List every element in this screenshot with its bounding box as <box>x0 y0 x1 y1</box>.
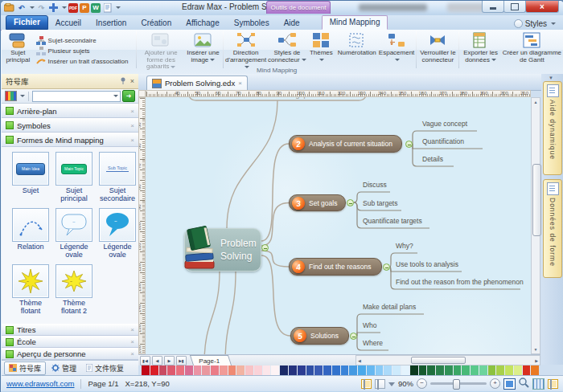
redo-button[interactable]: ↷ <box>36 2 47 13</box>
filter-icon[interactable] <box>388 382 395 386</box>
color-swatch[interactable] <box>245 365 253 375</box>
color-swatch[interactable] <box>462 365 470 375</box>
zoom-out-button[interactable]: − <box>417 378 427 389</box>
fit-page-button[interactable] <box>503 378 516 390</box>
color-swatch[interactable] <box>254 365 262 375</box>
color-swatch[interactable] <box>150 365 158 375</box>
collapse-minus-button[interactable] <box>405 141 413 148</box>
mindmap-subtopic[interactable]: Details <box>422 155 443 163</box>
central-collapse-button[interactable] <box>261 244 269 251</box>
plusieurs-sujets-button[interactable]: Plusieur sujets <box>36 47 136 55</box>
library-go-button[interactable]: ➜ <box>122 90 135 102</box>
section-close-icon[interactable]: × <box>130 122 134 129</box>
tab-affichage[interactable]: Affichage <box>179 17 227 30</box>
color-swatch[interactable] <box>194 365 202 375</box>
color-swatch[interactable] <box>341 365 349 375</box>
section-close-icon[interactable]: × <box>130 350 134 357</box>
color-swatch[interactable] <box>479 365 487 375</box>
color-swatch[interactable] <box>176 365 184 375</box>
color-swatch[interactable] <box>236 365 245 375</box>
ajouter-forme-button[interactable]: Ajouter une forme des gabarits <box>138 30 184 71</box>
export-pdf-button[interactable]: PDF <box>68 3 78 13</box>
color-swatch[interactable] <box>185 365 193 375</box>
section-symboles[interactable]: Symboles× <box>2 118 138 133</box>
color-swatch[interactable] <box>384 365 392 375</box>
numerotation-button[interactable]: Numérotation <box>336 30 378 71</box>
themes-button[interactable]: Thèmes <box>306 30 336 71</box>
mindmap-subtopic[interactable]: Find out the reason from the phenomenon <box>396 278 524 286</box>
color-swatch[interactable] <box>228 365 236 375</box>
vertical-ruler[interactable]: 5060708090100110120130140150160170 <box>138 97 146 354</box>
mindmap-central-node[interactable]: Problem Solving <box>184 228 261 272</box>
minimize-button[interactable] <box>482 1 504 13</box>
color-swatch[interactable] <box>367 365 375 375</box>
espacement-button[interactable]: Espacement <box>378 30 415 71</box>
color-swatch[interactable] <box>523 365 531 375</box>
drawing-canvas[interactable]: Vague conceptQuantificationDetailsDiscus… <box>146 97 531 354</box>
horizontal-scrollbar[interactable]: ◀ ▶ <box>355 355 540 365</box>
inserer-trait-button[interactable]: Insérer un trait d'association <box>36 57 136 66</box>
maximize-button[interactable] <box>503 1 526 13</box>
qat-overflow-icon[interactable] <box>116 6 121 9</box>
undo-button[interactable]: ↶ <box>16 2 27 13</box>
section-close-icon[interactable]: × <box>130 137 134 144</box>
collapse-minus-button[interactable] <box>347 199 354 206</box>
collapse-minus-button[interactable] <box>350 333 357 340</box>
color-swatch[interactable] <box>401 365 409 375</box>
color-swatch[interactable] <box>263 365 271 375</box>
color-swatch[interactable] <box>358 365 366 375</box>
mindmap-subtopic[interactable]: Why? <box>396 242 413 250</box>
section-formes-mind-mapping[interactable]: Formes de Mind mapping× <box>2 133 138 147</box>
scroll-left-icon[interactable]: ◀ <box>356 357 363 365</box>
document-tab-close-icon[interactable]: × <box>238 80 242 87</box>
shape-sujet[interactable]: Main IdeaSujet <box>10 152 51 205</box>
pin-icon[interactable] <box>120 77 126 86</box>
color-swatch[interactable] <box>471 365 479 375</box>
zoom-in-button[interactable]: + <box>490 378 500 389</box>
section-close-icon[interactable]: × <box>130 338 134 345</box>
color-dropdown-icon[interactable] <box>20 95 25 97</box>
inserer-image-button[interactable]: Insérer une image <box>184 30 221 71</box>
color-swatch[interactable] <box>514 365 522 375</box>
close-button[interactable]: × <box>525 1 559 13</box>
zoom-slider[interactable] <box>430 382 487 385</box>
horizontal-ruler[interactable]: 4050607080901001101201301401501601701801… <box>146 90 531 97</box>
zoom-slider-thumb[interactable] <box>453 379 460 390</box>
zoom-area-button[interactable] <box>519 378 529 390</box>
dock-menu-icon[interactable]: ▼ <box>549 76 553 80</box>
styles-connecteur-button[interactable]: Styles de connecteur <box>268 30 306 71</box>
shape-legende-ovale-outline[interactable]: ~Légende ovale <box>53 208 95 261</box>
tab-creation[interactable]: Création <box>134 17 179 30</box>
sujet-principal-button[interactable]: Sujet principal <box>2 30 35 71</box>
exporter-donnees-button[interactable]: Exporter les données <box>460 30 500 71</box>
tab-insertion[interactable]: Insertion <box>88 17 134 30</box>
scroll-up-icon[interactable]: ▲ <box>534 98 538 106</box>
color-swatch[interactable] <box>505 365 513 375</box>
vertical-scroll-thumb[interactable] <box>532 164 541 236</box>
pan-tool-button[interactable] <box>48 2 59 13</box>
next-page-button[interactable]: ▶ <box>164 356 175 365</box>
section-arriere-plan[interactable]: Arrière-plan× <box>2 104 138 118</box>
footer-tab-symbol-library[interactable]: 符号库 <box>4 361 46 375</box>
color-swatch[interactable] <box>410 365 418 375</box>
color-swatch[interactable] <box>376 365 384 375</box>
sujet-secondaire-button[interactable]: Sujet-secondaire <box>36 36 136 45</box>
tab-accueil[interactable]: Accueil <box>48 17 88 30</box>
collapse-minus-button[interactable] <box>383 263 390 271</box>
color-swatch[interactable] <box>211 365 219 375</box>
creer-gantt-button[interactable]: Créer un diagramme de Gantt <box>501 30 563 71</box>
color-swatch[interactable] <box>392 365 401 375</box>
panel-close-icon[interactable]: × <box>130 77 134 86</box>
color-swatch[interactable] <box>142 365 150 375</box>
scroll-right-icon[interactable]: ▶ <box>533 357 540 365</box>
pan-mode-button[interactable] <box>548 379 558 389</box>
document-tab[interactable]: Problem Solving.edx × <box>146 76 248 90</box>
color-swatch[interactable] <box>323 365 331 375</box>
edrawsoft-link[interactable]: www.edrawsoft.com <box>6 379 74 388</box>
tab-aide[interactable]: Aide <box>277 17 307 30</box>
mindmap-subtopic[interactable]: Use tools to analysis <box>396 260 458 268</box>
shape-theme-flotant-2[interactable]: ~Thème flotant 2 <box>53 264 95 317</box>
color-swatch[interactable] <box>159 365 167 375</box>
mindmap-subtopic[interactable]: Vague concept <box>422 120 467 128</box>
new-document-button[interactable] <box>102 2 113 13</box>
